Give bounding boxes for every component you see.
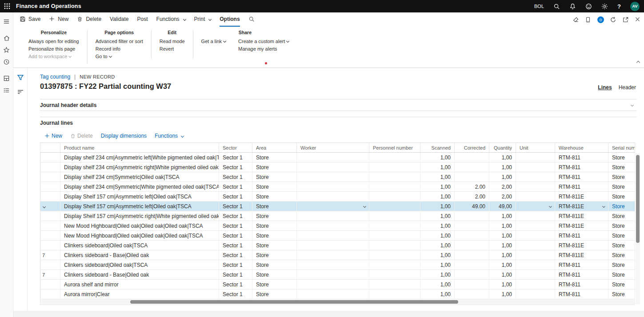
cell-corrected[interactable]: [455, 260, 489, 270]
cell-scanned[interactable]: 1,00: [420, 162, 455, 172]
row-selector-cell[interactable]: [40, 211, 60, 221]
table-row[interactable]: New Mood Highboard|Oiled oak|Oiled oak|O…: [40, 221, 635, 231]
print-menu-button[interactable]: Print: [194, 12, 212, 27]
cell-corrected[interactable]: [455, 172, 489, 182]
cell-area[interactable]: Store: [252, 260, 297, 270]
cell-quantity[interactable]: 1,00: [489, 289, 516, 299]
cell-sector[interactable]: Sector 1: [219, 260, 252, 270]
cell-corrected[interactable]: [455, 280, 489, 289]
cell-scanned[interactable]: 1,00: [420, 221, 455, 231]
search-icon[interactable]: [553, 3, 560, 10]
cell-worker[interactable]: [297, 231, 369, 241]
cell-serial[interactable]: Store: [608, 241, 635, 250]
cell-area[interactable]: Store: [252, 221, 297, 231]
cell-warehouse[interactable]: RTM-811: [555, 280, 608, 289]
read-mode-button[interactable]: Read mode: [160, 39, 185, 44]
cell-serial[interactable]: Store: [608, 289, 635, 299]
cell-sector[interactable]: Sector 1: [219, 280, 252, 289]
cell-serial[interactable]: Store: [608, 270, 635, 280]
table-row[interactable]: 7 Clinkers sideboard - Base|Oiled oak Se…: [40, 270, 635, 280]
add-to-workspace-button[interactable]: Add to workspace: [28, 54, 79, 59]
cell-serial[interactable]: Store: [608, 280, 635, 289]
cell-unit[interactable]: [516, 280, 555, 289]
action-search-icon[interactable]: [248, 12, 255, 27]
chevron-down-icon[interactable]: [363, 205, 366, 208]
cell-worker[interactable]: [297, 260, 369, 270]
cell-personnel[interactable]: [369, 202, 420, 211]
cell-scanned[interactable]: 1,00: [420, 211, 455, 221]
cell-worker[interactable]: [297, 280, 369, 289]
col-worker[interactable]: Worker: [297, 143, 369, 153]
cell-serial[interactable]: Store: [608, 221, 635, 231]
col-product-name[interactable]: Product name: [60, 143, 219, 153]
cell-serial[interactable]: Store: [608, 182, 635, 192]
eraser-icon[interactable]: [572, 16, 579, 23]
cell-scanned[interactable]: 1,00: [420, 182, 455, 192]
cell-scanned[interactable]: 1,00: [420, 241, 455, 250]
advanced-filter-or-sort-button[interactable]: Advanced filter or sort: [96, 39, 143, 44]
col-corrected[interactable]: Corrected: [455, 143, 489, 153]
cell-unit[interactable]: [516, 172, 555, 182]
settings-gear-icon[interactable]: [601, 3, 608, 10]
cell-product[interactable]: Clinkers sideboard|Oiled oak|TSCA: [60, 241, 219, 250]
cell-worker[interactable]: [297, 270, 369, 280]
cell-area[interactable]: Store: [252, 280, 297, 289]
cell-unit[interactable]: [516, 202, 555, 211]
cell-unit[interactable]: [516, 162, 555, 172]
cell-product[interactable]: New Mood Highboard|Oiled oak|Oiled oak|O…: [60, 231, 219, 241]
table-row[interactable]: 7 Clinkers sideboard - Base|Oiled oak Se…: [40, 250, 635, 260]
cell-serial[interactable]: Store: [608, 260, 635, 270]
cell-sector[interactable]: Sector 1: [219, 231, 252, 241]
new-button[interactable]: New: [49, 12, 68, 27]
waffle-menu-icon[interactable]: [0, 0, 14, 12]
get-a-link-button[interactable]: Get a link: [201, 39, 226, 44]
validate-button[interactable]: Validate: [110, 12, 128, 27]
row-selector-cell[interactable]: [40, 231, 60, 241]
row-selector-cell[interactable]: [40, 221, 60, 231]
revert-button[interactable]: Revert: [160, 46, 185, 52]
cell-worker[interactable]: [297, 202, 369, 211]
cell-product[interactable]: Aurora shelf and mirror: [60, 280, 219, 289]
cell-corrected[interactable]: 2.00: [455, 182, 489, 192]
cell-worker[interactable]: [297, 172, 369, 182]
cell-personnel[interactable]: [369, 172, 420, 182]
company-picker[interactable]: BOL: [534, 4, 544, 9]
cell-area[interactable]: Store: [252, 250, 297, 260]
cell-area[interactable]: Store: [252, 153, 297, 162]
close-icon[interactable]: [635, 16, 641, 23]
cell-product[interactable]: Display Shelf 157 cm|Asymmetric left|Oil…: [60, 192, 219, 202]
cell-personnel[interactable]: [369, 211, 420, 221]
cell-unit[interactable]: [516, 289, 555, 299]
cell-personnel[interactable]: [369, 241, 420, 250]
delete-button[interactable]: Delete: [77, 12, 101, 27]
cell-personnel[interactable]: [369, 153, 420, 162]
cell-personnel[interactable]: [369, 289, 420, 299]
lines-functions-button[interactable]: Functions: [155, 133, 184, 139]
create-a-custom-alert-button[interactable]: Create a custom alert: [238, 39, 289, 44]
cell-sector[interactable]: Sector 1: [219, 211, 252, 221]
cell-corrected[interactable]: [455, 221, 489, 231]
table-row[interactable]: Display shelf 234 cm|Symmetric|Oiled oak…: [40, 172, 635, 182]
cell-warehouse[interactable]: RTM-811: [555, 172, 608, 182]
cell-product[interactable]: Clinkers sideboard - Base|Oiled oak: [60, 270, 219, 280]
cell-worker[interactable]: [297, 192, 369, 202]
hamburger-menu-icon[interactable]: [0, 16, 13, 28]
cell-warehouse[interactable]: RTM-811E: [555, 211, 608, 221]
cell-serial[interactable]: Store: [608, 250, 635, 260]
cell-scanned[interactable]: 1,00: [420, 260, 455, 270]
cell-worker[interactable]: [297, 211, 369, 221]
attach-device-icon[interactable]: [585, 16, 592, 23]
cell-serial[interactable]: Store: [608, 172, 635, 182]
cell-sector[interactable]: Sector 1: [219, 241, 252, 250]
cell-warehouse[interactable]: RTM-811: [555, 162, 608, 172]
cell-serial[interactable]: Store: [608, 231, 635, 241]
col-scanned[interactable]: Scanned: [420, 143, 455, 153]
cell-serial[interactable]: Store: [608, 211, 635, 221]
options-tab[interactable]: Options: [220, 12, 240, 27]
cell-scanned[interactable]: 1,00: [420, 172, 455, 182]
cell-warehouse[interactable]: RTM-811E: [555, 221, 608, 231]
cell-sector[interactable]: Sector 1: [219, 221, 252, 231]
col-selector[interactable]: [40, 143, 60, 153]
cell-sector[interactable]: Sector 1: [219, 182, 252, 192]
horizontal-scrollbar[interactable]: [40, 299, 635, 305]
